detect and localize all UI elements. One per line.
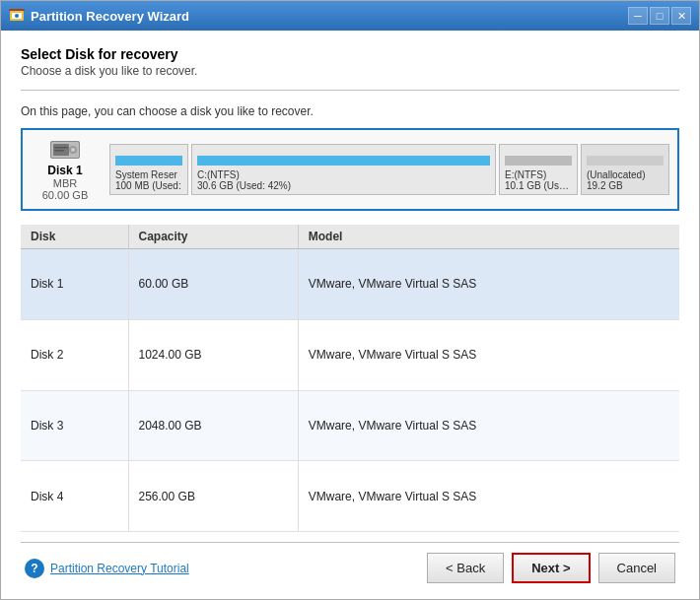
- partition-unallocated: (Unallocated) 19.2 GB: [581, 144, 669, 195]
- cell-disk: Disk 3: [21, 390, 128, 461]
- col-model: Model: [298, 225, 679, 249]
- app-icon: [9, 8, 25, 24]
- page-title: Select Disk for recovery: [21, 46, 679, 62]
- footer: ? Partition Recovery Tutorial < Back Nex…: [21, 553, 679, 589]
- col-disk: Disk: [21, 225, 128, 249]
- partition-label-c-2: 30.6 GB (Used: 42%): [197, 180, 490, 191]
- page-subtitle: Choose a disk you like to recover.: [21, 64, 679, 78]
- cancel-button[interactable]: Cancel: [598, 553, 675, 583]
- maximize-button[interactable]: □: [650, 7, 669, 25]
- title-bar-text: Partition Recovery Wizard: [31, 9, 622, 24]
- table-header-row: Disk Capacity Model: [21, 225, 679, 249]
- partition-label-e-2: 10.1 GB (Used:: [505, 180, 572, 191]
- content-area: Select Disk for recovery Choose a disk y…: [1, 31, 699, 599]
- partition-bar-e: [505, 156, 572, 166]
- partition-label-system-2: 100 MB (Used:: [115, 180, 182, 191]
- svg-rect-10: [54, 150, 64, 152]
- disk-visual[interactable]: Disk 1 MBR 60.00 GB System Reser 100 MB …: [21, 128, 679, 211]
- partition-c: C:(NTFS) 30.6 GB (Used: 42%): [191, 144, 496, 195]
- button-group: < Back Next > Cancel: [427, 553, 675, 583]
- cell-capacity: 2048.00 GB: [128, 390, 298, 461]
- disk-visual-size: 60.00 GB: [42, 189, 88, 201]
- svg-rect-3: [9, 9, 25, 11]
- cell-capacity: 1024.00 GB: [128, 319, 298, 390]
- disk-table: Disk Capacity Model Disk 160.00 GBVMware…: [21, 225, 679, 532]
- disk-label: Disk 1 MBR 60.00 GB: [31, 138, 100, 201]
- table-row[interactable]: Disk 4256.00 GBVMware, VMware Virtual S …: [21, 461, 679, 532]
- table-row[interactable]: Disk 160.00 GBVMware, VMware Virtual S S…: [21, 249, 679, 320]
- main-window: Partition Recovery Wizard ─ □ ✕ Select D…: [0, 0, 700, 600]
- disk-visual-type: MBR: [53, 177, 77, 189]
- cell-disk: Disk 4: [21, 461, 128, 532]
- partition-bar-c: [197, 156, 490, 166]
- help-icon[interactable]: ?: [25, 559, 44, 578]
- partition-label-system-1: System Reser: [115, 169, 182, 180]
- partition-e: E:(NTFS) 10.1 GB (Used:: [499, 144, 578, 195]
- title-bar-controls: ─ □ ✕: [628, 7, 691, 25]
- partition-system-reserve: System Reser 100 MB (Used:: [109, 144, 188, 195]
- cell-disk: Disk 1: [21, 249, 128, 320]
- header-divider: [21, 90, 679, 91]
- table-row[interactable]: Disk 32048.00 GBVMware, VMware Virtual S…: [21, 390, 679, 461]
- cell-model: VMware, VMware Virtual S SAS: [298, 249, 679, 320]
- cell-model: VMware, VMware Virtual S SAS: [298, 319, 679, 390]
- next-button[interactable]: Next >: [512, 553, 590, 583]
- partition-bar-system: [115, 156, 182, 166]
- partition-label-unalloc-1: (Unallocated): [587, 169, 664, 180]
- partition-bar-unalloc: [587, 156, 664, 166]
- partitions-row: System Reser 100 MB (Used: C:(NTFS) 30.6…: [109, 144, 669, 195]
- cell-disk: Disk 2: [21, 319, 128, 390]
- close-button[interactable]: ✕: [671, 7, 691, 25]
- disk-drive-icon: [49, 138, 81, 162]
- svg-point-2: [15, 14, 19, 18]
- table-header: Disk Capacity Model: [21, 225, 679, 249]
- title-bar: Partition Recovery Wizard ─ □ ✕: [1, 1, 699, 31]
- help-section: ? Partition Recovery Tutorial: [25, 559, 427, 578]
- table-row[interactable]: Disk 21024.00 GBVMware, VMware Virtual S…: [21, 319, 679, 390]
- svg-point-8: [71, 148, 75, 152]
- page-description: On this page, you can choose a disk you …: [21, 104, 679, 118]
- cell-capacity: 256.00 GB: [128, 461, 298, 532]
- partition-label-e-1: E:(NTFS): [505, 169, 572, 180]
- col-capacity: Capacity: [128, 225, 298, 249]
- cell-model: VMware, VMware Virtual S SAS: [298, 390, 679, 461]
- disk-visual-name: Disk 1: [47, 164, 82, 177]
- footer-divider: [21, 542, 679, 543]
- partition-label-unalloc-2: 19.2 GB: [587, 180, 664, 191]
- back-button[interactable]: < Back: [427, 553, 504, 583]
- cell-capacity: 60.00 GB: [128, 249, 298, 320]
- table-body: Disk 160.00 GBVMware, VMware Virtual S S…: [21, 249, 679, 532]
- partition-label-c-1: C:(NTFS): [197, 169, 490, 180]
- minimize-button[interactable]: ─: [628, 7, 648, 25]
- cell-model: VMware, VMware Virtual S SAS: [298, 461, 679, 532]
- svg-rect-9: [54, 147, 68, 149]
- help-link[interactable]: Partition Recovery Tutorial: [50, 562, 189, 575]
